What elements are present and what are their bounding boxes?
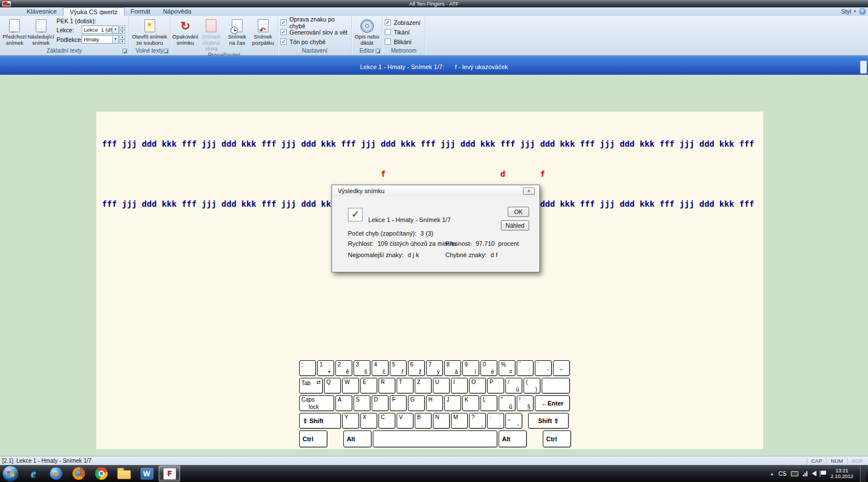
open-slide-from-file-button[interactable]: ★ Otevřít snímek ze souboru bbox=[131, 17, 168, 48]
key-S: S bbox=[354, 395, 371, 411]
language-indicator[interactable]: CS bbox=[778, 471, 786, 477]
timed-slide-button[interactable]: Snímek na čas bbox=[224, 17, 250, 52]
key-E: E bbox=[360, 378, 377, 394]
spin-up-icon: ▲ bbox=[120, 35, 125, 40]
key-1: 1+ bbox=[317, 360, 334, 376]
repeat-slide-button[interactable]: ↻ Opakování snímku bbox=[172, 17, 198, 52]
tab-format[interactable]: Formát bbox=[125, 7, 157, 16]
date: 2.10.2012 bbox=[831, 474, 853, 479]
spin-down-icon: ▼ bbox=[120, 40, 125, 44]
tab-klavesnice[interactable]: Klávesnice bbox=[20, 7, 63, 16]
checkbox-oprava-znaku[interactable]: ✓ Oprava znaku po chybě bbox=[280, 18, 350, 27]
previous-slide-button[interactable]: ← Předchozí snímek bbox=[2, 17, 28, 48]
checkbox-ton-po-chybe[interactable]: ✓ Tón po chybě bbox=[280, 37, 350, 46]
key-Z: Z bbox=[415, 378, 432, 394]
tab-napoveda[interactable]: Nápověda bbox=[156, 7, 197, 16]
button-label: snímku bbox=[177, 40, 194, 46]
clock[interactable]: 13:21 2.10.2012 bbox=[831, 468, 853, 479]
taskbar-item-word[interactable]: W bbox=[136, 466, 158, 481]
error-words-icon bbox=[206, 18, 216, 33]
key-enter: ←Enter bbox=[535, 395, 570, 411]
dialog-launcher-icon[interactable] bbox=[122, 49, 127, 54]
show-desktop-button[interactable] bbox=[860, 465, 866, 482]
key-L: L bbox=[480, 395, 497, 411]
key-4: 4č bbox=[372, 360, 389, 376]
checkbox-zobrazeni[interactable]: ✓ Zobrazení bbox=[385, 18, 424, 27]
next-slide-button[interactable]: → Následující snímek bbox=[28, 17, 54, 48]
key-(: () bbox=[524, 378, 541, 394]
key-8: 8á bbox=[444, 360, 461, 376]
button-label: Snímek bbox=[202, 34, 220, 40]
ok-button[interactable]: OK bbox=[508, 207, 529, 217]
key-caps-lock: Capslock bbox=[299, 395, 334, 411]
taskbar-item-firefox[interactable] bbox=[68, 466, 90, 481]
chevron-down-icon[interactable]: ▼ bbox=[112, 26, 118, 33]
key-?: ?, bbox=[469, 413, 486, 429]
dialog-launcher-icon[interactable] bbox=[164, 49, 169, 54]
key-D: D bbox=[372, 395, 389, 411]
lekce-spinner[interactable]: ▲▼ bbox=[120, 25, 125, 34]
error-words-slide-button: Snímek chybná slova bbox=[198, 17, 224, 52]
typing-area: fff jjj ddd kkk fff jjj ddd kkk fff jjj … bbox=[0, 75, 868, 456]
key-J: J bbox=[444, 395, 461, 411]
tab-vyuka-cs-qwertz[interactable]: Výuka CS qwertz bbox=[63, 7, 124, 16]
keyboard-tray-icon[interactable] bbox=[791, 471, 798, 476]
button-label: Předchozí bbox=[2, 34, 27, 40]
key-;: ; bbox=[299, 360, 316, 376]
key-2: 2ě bbox=[335, 360, 352, 376]
key-W: W bbox=[342, 378, 359, 394]
key-6: 6ž bbox=[408, 360, 425, 376]
key-M: M bbox=[451, 413, 468, 429]
button-label: Otevřít snímek bbox=[132, 34, 167, 40]
key-7: 7ý bbox=[426, 360, 443, 376]
dialog-launcher-icon[interactable] bbox=[376, 49, 381, 54]
label: Chybné znaky: bbox=[445, 251, 487, 258]
taskbar-item-internet-explorer[interactable]: e bbox=[23, 466, 44, 481]
volume-icon[interactable] bbox=[812, 471, 816, 476]
checkbox-label: Tikání bbox=[394, 29, 410, 36]
podlekce-spinner[interactable]: ▲▼ bbox=[120, 35, 125, 44]
preview-button[interactable]: Náhled bbox=[501, 220, 529, 231]
next-slide-icon: → bbox=[36, 18, 46, 33]
button-label: Snímek bbox=[228, 34, 246, 40]
help-icon[interactable]: ? bbox=[859, 8, 866, 15]
lesson-title: Lekce 1 - Hmaty - Snímek 1/7: bbox=[360, 63, 444, 70]
checkbox-generovani-slov[interactable]: ✓ Generování slov a vět bbox=[280, 27, 350, 37]
repeat-icon: ↻ bbox=[180, 18, 190, 33]
key-Y: Y bbox=[342, 413, 359, 429]
value: 109 čistých úhozů za minutu bbox=[377, 240, 456, 247]
checkbox-tikani[interactable]: ✓ Tikání bbox=[385, 27, 424, 37]
dialog-close-button[interactable]: × bbox=[523, 187, 535, 195]
tray-expand-icon[interactable]: ▲ bbox=[770, 472, 774, 476]
taskbar-item-media-player[interactable]: ▶ bbox=[45, 466, 67, 481]
checkbox-blikani[interactable]: ✓ Blikání bbox=[385, 37, 424, 46]
chevron-down-icon[interactable]: ▼ bbox=[853, 10, 857, 13]
network-icon[interactable] bbox=[803, 471, 807, 476]
backwards-slide-button[interactable]: ↶ Snímek pozpátku bbox=[250, 17, 276, 52]
wrong-keys-line: Chybné znaky:d f bbox=[445, 251, 497, 258]
chevron-down-icon[interactable]: ▼ bbox=[112, 36, 118, 43]
podlekce-combobox[interactable]: Hmaty▼ bbox=[82, 35, 119, 44]
taskbar-item-explorer[interactable] bbox=[113, 466, 135, 481]
taskbar-item-chrome[interactable] bbox=[91, 466, 112, 481]
style-label[interactable]: Styl bbox=[841, 8, 852, 15]
key-left-shift: ⇧ Shift bbox=[299, 413, 341, 429]
taskbar-item-atf-active[interactable]: F bbox=[159, 466, 180, 481]
start-button[interactable] bbox=[3, 466, 18, 481]
label: Rychlost: bbox=[348, 240, 373, 247]
lekce-combobox[interactable]: Lekce 1 (dfjk)▼ bbox=[82, 25, 119, 34]
copy-or-dictation-button[interactable]: Opis nebo diktát bbox=[354, 17, 380, 48]
button-label: snímek bbox=[6, 40, 24, 46]
key-X: X bbox=[360, 413, 377, 429]
key-H: H bbox=[426, 395, 443, 411]
finger-hint: f - levý ukazováček bbox=[455, 63, 508, 70]
key-%: %= bbox=[499, 360, 516, 376]
speed-line: Rychlost:109 čistých úhozů za minutu bbox=[348, 240, 456, 247]
action-center-flag-icon[interactable] bbox=[821, 471, 826, 475]
key-5: 5ř bbox=[390, 360, 407, 376]
cd-icon bbox=[360, 18, 374, 33]
button-label: Opis nebo bbox=[355, 34, 379, 40]
timed-slide-icon bbox=[232, 18, 242, 33]
dialog-titlebar[interactable]: Výsledky snímku bbox=[332, 185, 539, 197]
group-label: Základní texty bbox=[0, 48, 129, 55]
